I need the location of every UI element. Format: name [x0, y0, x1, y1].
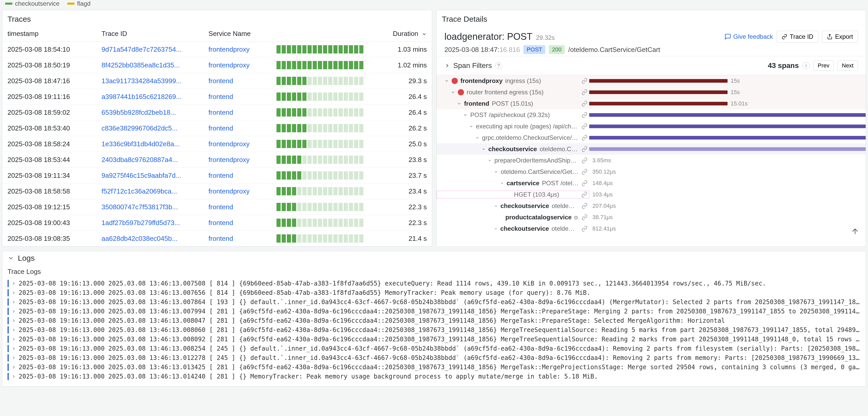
- chevron-right-icon[interactable]: [11, 337, 16, 342]
- log-line[interactable]: 2025-03-08 19:16:13.000 2025.03.08 13:46…: [7, 335, 861, 344]
- table-row[interactable]: 2025-03-08 18:58:58 f52f712c1c36a2069bca…: [2, 183, 432, 199]
- link-icon[interactable]: [582, 214, 588, 220]
- chevron-right-icon[interactable]: [11, 374, 16, 379]
- log-line[interactable]: 2025-03-08 19:16:13.000 2025.03.08 13:46…: [7, 307, 861, 316]
- span-row[interactable]: POST /api/checkout (29.32s): [437, 109, 866, 121]
- table-row[interactable]: 2025-03-08 18:47:16 13ac9117334284a53999…: [2, 73, 432, 89]
- link-icon[interactable]: [582, 169, 588, 175]
- span-row[interactable]: prepareOrderItemsAndShippingQuo 3.65ms: [437, 155, 866, 166]
- log-line[interactable]: 2025-03-08 19:16:13.000 2025.03.08 13:46…: [7, 344, 861, 353]
- table-row[interactable]: 2025-03-08 19:08:35 aa628db42c038ec045b.…: [2, 231, 432, 246]
- log-line[interactable]: 2025-03-08 19:16:13.000 2025.03.08 13:46…: [7, 372, 861, 381]
- link-icon[interactable]: [582, 180, 588, 186]
- chevron-right-icon[interactable]: [11, 355, 16, 360]
- chevron-down-icon[interactable]: [444, 78, 449, 83]
- chevron-down-icon[interactable]: [463, 113, 468, 117]
- link-icon[interactable]: [582, 112, 588, 118]
- chevron-right-icon[interactable]: [444, 63, 450, 68]
- table-row[interactable]: 2025-03-08 18:50:19 8f4252bb0385ea8c1d35…: [2, 57, 432, 73]
- chevron-down-icon[interactable]: [451, 90, 455, 95]
- span-row[interactable]: router frontend egress (15s) 15s: [437, 86, 866, 98]
- chevron-right-icon[interactable]: [11, 318, 16, 323]
- log-line[interactable]: 2025-03-08 19:16:13.000 2025.03.08 13:46…: [7, 362, 861, 372]
- log-line[interactable]: 2025-03-08 19:16:13.000 2025.03.08 13:46…: [7, 298, 861, 307]
- chevron-down-icon[interactable]: [482, 147, 486, 151]
- span-row[interactable]: grpc.oteldemo.CheckoutService/PlaceOr: [437, 132, 866, 143]
- cell-service[interactable]: frontend: [203, 231, 271, 246]
- log-line[interactable]: 2025-03-08 19:16:13.000 2025.03.08 13:46…: [7, 279, 861, 288]
- chevron-down-icon[interactable]: [457, 101, 461, 106]
- link-icon[interactable]: [582, 78, 588, 84]
- cell-trace-id[interactable]: c836e382996706d2dc5...: [96, 120, 203, 136]
- span-row[interactable]: HGET (103.4μs) 103.4μs: [437, 189, 866, 200]
- table-row[interactable]: 2025-03-08 19:12:15 350800747c7f53817f3b…: [2, 199, 432, 215]
- chevron-right-icon[interactable]: [11, 309, 16, 314]
- chevron-right-icon[interactable]: [11, 327, 16, 332]
- table-row[interactable]: 2025-03-08 18:54:10 9d71a547d8e7c7263754…: [2, 42, 432, 57]
- table-row[interactable]: 2025-03-08 18:53:40 c836e382996706d2dc5.…: [2, 120, 432, 136]
- link-icon[interactable]: [582, 123, 588, 130]
- cell-service[interactable]: frontend: [203, 89, 271, 105]
- chevron-right-icon[interactable]: [11, 346, 16, 351]
- help-icon[interactable]: ?: [495, 62, 502, 69]
- col-timestamp[interactable]: timestamp: [2, 26, 96, 42]
- cell-service[interactable]: frontend: [203, 120, 271, 136]
- span-row[interactable]: checkoutservice oteldemo.Cu 812.41μs: [437, 223, 866, 234]
- link-icon[interactable]: [581, 192, 587, 198]
- chevron-down-icon[interactable]: [7, 255, 14, 262]
- cell-trace-id[interactable]: 2403dba8c97620887a4...: [96, 152, 203, 168]
- chevron-down-icon[interactable]: [494, 227, 498, 231]
- col-duration[interactable]: Duration: [375, 26, 432, 42]
- cell-trace-id[interactable]: f52f712c1c36a2069bca...: [96, 183, 203, 199]
- link-icon[interactable]: [582, 101, 588, 107]
- chevron-down-icon[interactable]: [475, 135, 479, 140]
- legend-item[interactable]: flagd: [67, 0, 91, 7]
- cell-service[interactable]: frontend: [203, 105, 271, 120]
- chevron-down-icon[interactable]: [500, 181, 504, 185]
- link-icon[interactable]: [582, 158, 588, 164]
- log-line[interactable]: 2025-03-08 19:16:13.000 2025.03.08 13:46…: [7, 316, 861, 325]
- span-row[interactable]: frontend POST (15.01s) 15.01s: [437, 98, 866, 109]
- cell-trace-id[interactable]: a3987441b165c6218269...: [96, 89, 203, 105]
- export-button[interactable]: Export: [822, 31, 858, 43]
- table-row[interactable]: 2025-03-08 19:11:16 a3987441b165c6218269…: [2, 89, 432, 105]
- chevron-right-icon[interactable]: [11, 290, 16, 295]
- log-line[interactable]: 2025-03-08 19:16:13.000 2025.03.08 13:46…: [7, 288, 861, 298]
- info-icon[interactable]: i: [803, 62, 810, 69]
- chevron-down-icon[interactable]: [488, 158, 492, 163]
- chevron-right-icon[interactable]: [11, 300, 16, 304]
- span-row[interactable]: frontendproxy ingress (15s) 15s: [437, 75, 866, 86]
- cell-service[interactable]: frontendproxy: [203, 42, 271, 57]
- cell-trace-id[interactable]: 1adf27b597b279ffd5d73...: [96, 215, 203, 231]
- col-trace-id[interactable]: Trace ID: [96, 26, 203, 42]
- table-row[interactable]: 2025-03-08 18:59:02 6539b5b928fcd2beb18.…: [2, 105, 432, 120]
- span-tree[interactable]: frontendproxy ingress (15s) 15s router f…: [437, 75, 866, 240]
- cell-service[interactable]: frontend: [203, 215, 271, 231]
- chevron-down-icon[interactable]: [469, 124, 473, 129]
- cell-trace-id[interactable]: aa628db42c038ec045b...: [96, 231, 203, 246]
- cell-service[interactable]: frontendproxy: [203, 183, 271, 199]
- chevron-down-icon[interactable]: [494, 170, 498, 174]
- span-row[interactable]: executing api route (pages) /api/checkou…: [437, 121, 866, 132]
- cell-trace-id[interactable]: 350800747c7f53817f3b...: [96, 199, 203, 215]
- feedback-link[interactable]: Give feedback: [724, 33, 773, 40]
- span-row[interactable]: checkoutservice oteldemo.Check: [437, 143, 866, 155]
- link-icon[interactable]: [582, 226, 588, 232]
- link-icon[interactable]: [582, 203, 588, 209]
- table-row[interactable]: 2025-03-08 18:58:24 1e336c9bf31db4d02e8a…: [2, 136, 432, 152]
- cell-service[interactable]: frontend: [203, 73, 271, 89]
- span-row[interactable]: cartservice POST /oteldemo 148.4μs: [437, 177, 866, 189]
- cell-service[interactable]: frontend: [203, 168, 271, 183]
- log-line[interactable]: 2025-03-08 19:16:13.000 2025.03.08 13:46…: [7, 353, 861, 362]
- table-row[interactable]: 2025-03-08 19:00:43 1adf27b597b279ffd5d7…: [2, 215, 432, 231]
- cell-service[interactable]: frontendproxy: [203, 136, 271, 152]
- chevron-right-icon[interactable]: [11, 365, 16, 370]
- cell-trace-id[interactable]: 9a9275f46c15c9aabfa7d...: [96, 168, 203, 183]
- log-line[interactable]: 2025-03-08 19:16:13.000 2025.03.08 13:46…: [7, 325, 861, 335]
- next-button[interactable]: Next: [837, 61, 858, 71]
- cell-service[interactable]: frontend: [203, 199, 271, 215]
- cell-trace-id[interactable]: 1e336c9bf31db4d02e8a...: [96, 136, 203, 152]
- chevron-right-icon[interactable]: [11, 281, 16, 286]
- prev-button[interactable]: Prev: [813, 61, 834, 71]
- link-icon[interactable]: [582, 135, 588, 141]
